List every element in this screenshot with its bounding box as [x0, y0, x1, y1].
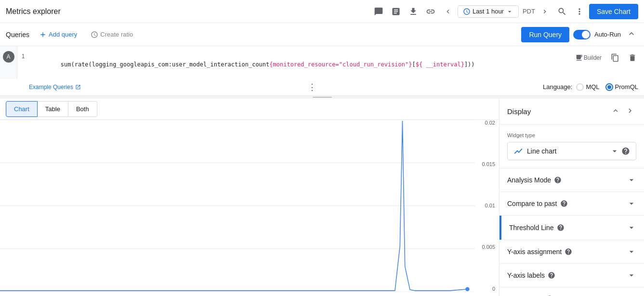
display-header-actions [609, 104, 636, 118]
query-code: sum(rate(logging_googleapis_com:user_mod… [33, 51, 564, 79]
query-right-actions: Builder [567, 46, 644, 79]
promql-radio[interactable]: PromQL [605, 83, 638, 91]
delete-query-button[interactable] [625, 50, 640, 65]
y-axis: 0.02 0.015 0.01 0.005 0 [482, 120, 495, 292]
mql-label: MQL [586, 83, 599, 90]
query-editor-area: A 1 sum(rate(logging_googleapis_com:user… [0, 46, 644, 96]
chart-svg-container [0, 120, 475, 292]
queries-bar-right: Run Query Auto-Run [521, 27, 638, 42]
display-panel: Display Widget type Line chart [499, 99, 644, 296]
compare-to-past-chevron [627, 199, 636, 208]
more-vert-icon-btn[interactable] [572, 4, 587, 19]
download-icon-btn[interactable] [406, 4, 421, 19]
y-axis-labels-title: Y-axis labels [507, 271, 545, 279]
promql-radio-circle [605, 83, 613, 91]
chart-tabs: Chart Table Both [0, 99, 499, 120]
add-query-button[interactable]: Add query [35, 29, 81, 40]
y-axis-assignment-title: Y-axis assignment [507, 248, 562, 256]
display-collapse-right-btn[interactable] [624, 104, 636, 118]
y-label-2: 0.015 [482, 161, 495, 167]
chart-tab[interactable]: Chart [6, 101, 38, 117]
widget-type-inner: Line chart [513, 146, 556, 156]
promql-label: PromQL [615, 83, 638, 90]
auto-run-toggle[interactable] [573, 30, 591, 39]
analysis-mode-help-icon [554, 176, 562, 184]
example-queries-label: Example Queries [29, 84, 73, 90]
threshold-line-section[interactable]: Threshold Line [501, 216, 644, 239]
chart-panel: Chart Table Both 0.02 0.015 0.01 0.005 0 [0, 99, 499, 296]
widget-type-help-icon[interactable] [621, 147, 630, 155]
display-collapse-up-btn[interactable] [609, 104, 622, 118]
compare-to-past-section[interactable]: Compare to past [499, 192, 644, 216]
y-axis-assignment-left: Y-axis assignment [507, 248, 572, 256]
compare-to-past-title: Compare to past [507, 200, 557, 207]
chart-end-dot [465, 287, 469, 291]
chart-svg [0, 120, 475, 292]
chat-icon-btn[interactable] [371, 4, 386, 19]
analysis-mode-title: Analysis Mode [507, 176, 551, 184]
y-label-4: 0.005 [482, 244, 495, 250]
analysis-mode-left: Analysis Mode [507, 176, 562, 184]
run-query-button[interactable]: Run Query [521, 27, 569, 42]
y-axis-assignment-help-icon [565, 248, 572, 256]
widget-type-name: Line chart [527, 147, 556, 155]
example-queries-link[interactable]: Example Queries [29, 84, 81, 90]
widget-dropdown-arrow [610, 146, 619, 156]
y-axis-assignment-section[interactable]: Y-axis assignment [499, 240, 644, 264]
query-row: A 1 sum(rate(logging_googleapis_com:user… [0, 46, 644, 79]
threshold-line-help-icon [557, 224, 565, 232]
builder-button[interactable]: Builder [571, 50, 605, 65]
analysis-mode-section[interactable]: Analysis Mode [499, 168, 644, 192]
drag-handle-indicator [313, 97, 332, 98]
analysis-mode-chevron [627, 175, 636, 185]
add-query-label: Add query [49, 31, 77, 38]
copy-query-button[interactable] [607, 50, 623, 65]
top-bar-icons: Last 1 hour PDT Save Chart [371, 4, 638, 19]
display-header: Display [499, 99, 644, 125]
y-axis-scale-section[interactable]: Y-axis scale [499, 287, 644, 296]
queries-bar: Queries Add query Create ratio Run Query… [0, 23, 644, 46]
language-section: Language: MQL PromQL [543, 83, 638, 91]
threshold-line-left: Threshold Line [509, 224, 565, 232]
query-footer: Example Queries ⋮ Language: MQL PromQL [0, 79, 644, 95]
y-axis-labels-section[interactable]: Y-axis labels [499, 264, 644, 287]
mql-radio-circle [576, 83, 584, 91]
nav-right-btn[interactable] [537, 4, 552, 19]
language-radio-group: MQL PromQL [576, 83, 638, 91]
query-letter-badge-area: A [0, 46, 17, 79]
main-area: Chart Table Both 0.02 0.015 0.01 0.005 0 [0, 99, 644, 296]
y-axis-scale-chevron [627, 294, 636, 296]
compare-to-past-help-icon [560, 200, 568, 207]
more-options-button[interactable]: ⋮ [308, 82, 316, 92]
widget-type-actions [610, 146, 630, 156]
widget-type-section: Widget type Line chart [499, 125, 644, 168]
display-sections-container: Analysis Mode Compare to past Threshol [499, 168, 644, 296]
language-label: Language: [543, 83, 572, 90]
mql-radio[interactable]: MQL [576, 83, 599, 91]
y-label-3: 0.01 [485, 203, 495, 208]
y-axis-labels-chevron [627, 270, 636, 280]
nav-left-btn[interactable] [440, 4, 456, 19]
add-chart-icon-btn[interactable] [388, 4, 404, 19]
query-badge: A [3, 51, 14, 63]
create-ratio-button[interactable]: Create ratio [87, 29, 137, 40]
y-label-5: 0 [492, 286, 495, 292]
collapse-button[interactable] [625, 27, 638, 42]
save-chart-button[interactable]: Save Chart [589, 4, 638, 19]
link-icon-btn[interactable] [423, 4, 438, 19]
widget-type-select[interactable]: Line chart [507, 142, 636, 160]
top-bar: Metrics explorer Last 1 hour PDT [0, 0, 644, 23]
search-icon-btn[interactable] [554, 4, 570, 19]
time-selector[interactable]: Last 1 hour [458, 5, 519, 18]
create-ratio-label: Create ratio [100, 31, 133, 38]
chart-display-area: 0.02 0.015 0.01 0.005 0 [0, 120, 499, 296]
line-chart-icon [513, 146, 523, 156]
time-selector-label: Last 1 hour [473, 8, 504, 15]
table-tab[interactable]: Table [38, 101, 68, 117]
query-number: 1 [17, 46, 29, 79]
query-code-area[interactable]: sum(rate(logging_googleapis_com:user_mod… [29, 46, 567, 79]
both-tab[interactable]: Both [68, 101, 97, 117]
display-title: Display [507, 107, 531, 116]
threshold-line-title: Threshold Line [509, 224, 554, 232]
widget-type-label: Widget type [507, 132, 636, 138]
